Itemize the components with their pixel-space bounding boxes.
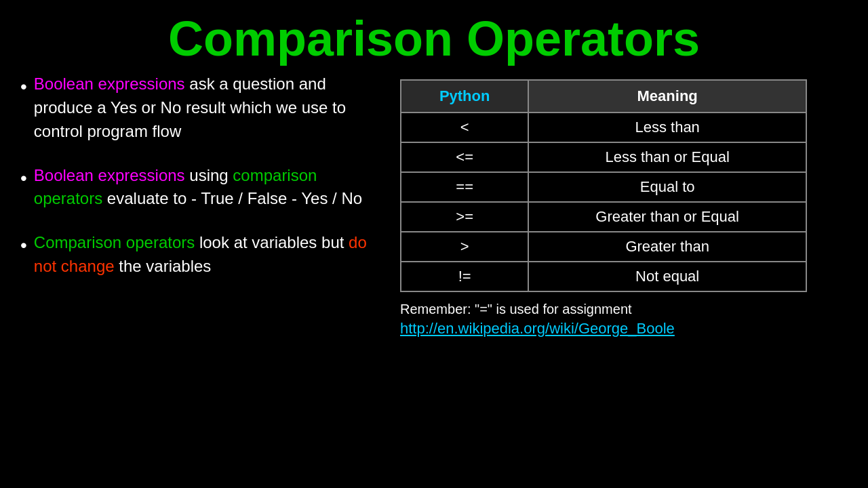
table-cell-meaning: Greater than or Equal [528, 202, 806, 232]
table-cell-python: < [401, 113, 528, 142]
bullet2-highlight1: Boolean expressions [34, 166, 185, 184]
table-cell-python: >= [401, 202, 528, 232]
bullet3-highlight1: Comparison operators [34, 233, 195, 251]
bullet-dot-2: • [20, 167, 27, 190]
table-cell-python: > [401, 232, 528, 262]
table-cell-meaning: Less than or Equal [528, 142, 806, 172]
wiki-link[interactable]: http://en.wikipedia.org/wiki/George_Bool… [400, 320, 675, 338]
comparison-table: Python Meaning < Less than <= Less than … [400, 79, 807, 292]
table-row: <= Less than or Equal [401, 142, 806, 172]
bullet-item-2: • Boolean expressions using comparison o… [20, 164, 387, 211]
table-cell-meaning: Equal to [528, 172, 806, 202]
bullet3-normal1: variables but [252, 233, 349, 251]
table-row: >= Greater than or Equal [401, 202, 806, 232]
table-header-meaning: Meaning [528, 80, 806, 113]
table-cell-python: != [401, 262, 528, 291]
bullet-text-2: Boolean expressions using comparison ope… [34, 164, 387, 211]
right-column: Python Meaning < Less than <= Less than … [400, 73, 848, 338]
page-title: Comparison Operators [0, 0, 868, 66]
table-cell-meaning: Not equal [528, 262, 806, 291]
table-row: > Greater than [401, 232, 806, 262]
table-row: == Equal to [401, 172, 806, 202]
bullet-text-1: Boolean expressions ask a question and p… [34, 73, 387, 143]
table-cell-python: <= [401, 142, 528, 172]
left-column: • Boolean expressions ask a question and… [20, 73, 387, 338]
bullet1-highlight: Boolean expressions [34, 75, 185, 93]
bullet-dot-3: • [20, 234, 27, 257]
remember-text: Remember: "=" is used for assignment [400, 302, 632, 317]
table-header-python: Python [401, 80, 528, 113]
table-row: < Less than [401, 113, 806, 142]
table-row: != Not equal [401, 262, 806, 291]
bullet-dot-1: • [20, 75, 27, 98]
bullet-text-3: Comparison operators look at variables b… [34, 231, 387, 279]
table-cell-meaning: Less than [528, 113, 806, 142]
table-cell-meaning: Greater than [528, 232, 806, 262]
bullet-item-1: • Boolean expressions ask a question and… [20, 73, 387, 143]
bullet-item-3: • Comparison operators look at variables… [20, 231, 387, 279]
table-cell-python: == [401, 172, 528, 202]
